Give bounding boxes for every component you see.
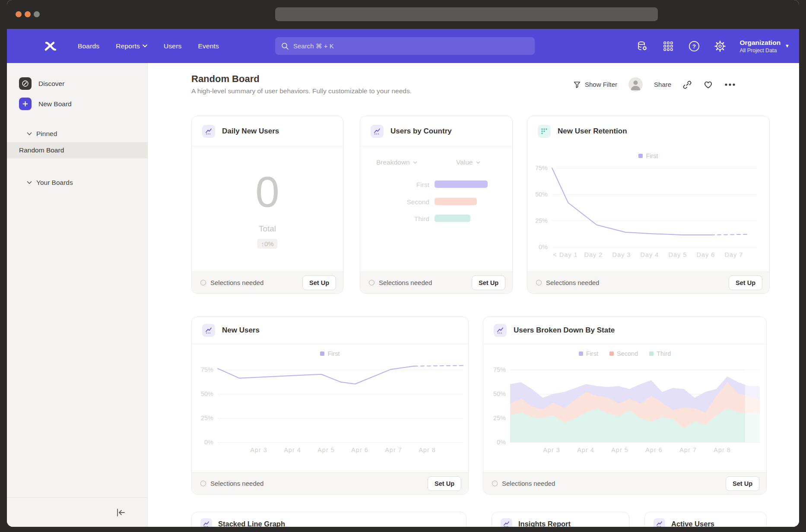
line-chart-icon xyxy=(371,125,384,138)
card-users-by-state: Users Broken Down By State First Second … xyxy=(483,317,767,494)
card-title: Users by Country xyxy=(390,127,452,136)
sidebar-item-new-board[interactable]: New Board xyxy=(19,98,72,110)
window-controls xyxy=(16,11,40,17)
bar-label: Third xyxy=(378,215,429,223)
line-chart-icon xyxy=(200,518,212,527)
pinned-section-label: Pinned xyxy=(36,130,57,138)
data-management-icon[interactable] xyxy=(636,40,649,53)
sidebar-discover-label: Discover xyxy=(38,80,64,88)
status-text: Selections needed xyxy=(502,480,726,487)
top-navbar: Boards Reports Users Events Search ⌘ + K xyxy=(7,29,799,63)
legend-swatch xyxy=(579,352,583,356)
apps-grid-icon[interactable] xyxy=(662,40,675,53)
status-text: Selections needed xyxy=(546,279,729,286)
line-chart-icon xyxy=(501,518,512,527)
chevron-down-icon xyxy=(27,181,32,184)
line-chart-icon xyxy=(202,324,215,337)
sidebar: Discover New Board Pinned Random Board Y… xyxy=(7,63,148,527)
board-actions: Show Filter Share xyxy=(573,77,736,92)
nav-item-reports[interactable]: Reports xyxy=(116,42,147,50)
status-circle-icon xyxy=(200,481,206,486)
breakdown-dropdown[interactable]: Breakdown xyxy=(376,158,417,166)
mixpanel-logo-icon[interactable] xyxy=(43,41,58,52)
legend-swatch xyxy=(609,352,614,356)
help-icon[interactable]: ? xyxy=(688,40,701,53)
x-axis-labels: < Day 1Day 2Day 3Day 4Day 5Day 6Day 7 xyxy=(527,251,769,260)
sidebar-new-board-label: New Board xyxy=(38,100,72,108)
card-title: Users Broken Down By State xyxy=(514,326,615,335)
sidebar-item-discover[interactable]: Discover xyxy=(19,77,64,90)
discover-compass-icon xyxy=(19,77,32,90)
more-options-icon[interactable] xyxy=(724,83,736,86)
share-button[interactable]: Share xyxy=(654,81,671,88)
address-bar[interactable] xyxy=(275,7,658,21)
copy-link-icon[interactable] xyxy=(682,80,692,89)
window-close-button[interactable] xyxy=(16,11,22,17)
chart-legend: First xyxy=(527,152,769,159)
sidebar-section-pinned[interactable]: Pinned xyxy=(27,130,57,138)
bar-label: First xyxy=(378,181,429,189)
card-insights-report: Insights Report xyxy=(492,512,629,527)
line-chart-icon xyxy=(654,518,665,527)
set-up-button[interactable]: Set Up xyxy=(726,476,759,491)
legend-label: First xyxy=(586,350,598,357)
set-up-button[interactable]: Set Up xyxy=(729,276,762,290)
card-title: Stacked Line Graph xyxy=(218,520,285,527)
sidebar-section-your-boards[interactable]: Your Boards xyxy=(27,179,73,187)
card-title: Insights Report xyxy=(518,520,571,527)
search-placeholder: Search ⌘ + K xyxy=(293,42,334,50)
your-boards-section-label: Your Boards xyxy=(36,179,73,187)
nav-item-events[interactable]: Events xyxy=(198,42,219,50)
card-footer: Selections needed Set Up xyxy=(192,472,468,494)
set-up-button[interactable]: Set Up xyxy=(428,476,461,491)
favorite-heart-icon[interactable] xyxy=(703,80,713,89)
nav-item-users[interactable]: Users xyxy=(164,42,181,50)
card-title: Daily New Users xyxy=(222,127,279,136)
legend-swatch xyxy=(649,352,654,356)
card-title: New User Retention xyxy=(558,127,627,136)
status-circle-icon xyxy=(536,280,542,285)
chevron-down-icon xyxy=(143,44,147,48)
country-bar xyxy=(435,198,477,205)
status-text: Selections needed xyxy=(379,279,472,286)
set-up-button[interactable]: Set Up xyxy=(472,276,505,290)
nav-item-boards[interactable]: Boards xyxy=(78,42,99,50)
window-chrome xyxy=(7,0,799,29)
card-footer: Selections needed Set Up xyxy=(483,472,766,494)
svg-text:?: ? xyxy=(692,43,696,50)
settings-gear-icon[interactable] xyxy=(714,40,727,53)
avatar[interactable] xyxy=(628,77,643,92)
sidebar-item-random-board[interactable]: Random Board xyxy=(7,142,147,158)
sidebar-collapse-icon[interactable] xyxy=(116,508,126,519)
value-dropdown[interactable]: Value xyxy=(456,158,480,166)
card-stacked-line-graph: Stacked Line Graph xyxy=(191,512,466,527)
legend-label: Third xyxy=(657,350,671,357)
org-switcher[interactable]: Organization All Project Data ▼ xyxy=(739,38,790,53)
stacked-area-chart xyxy=(510,370,760,442)
line-chart-icon xyxy=(202,125,215,138)
card-footer: Selections needed Set Up xyxy=(527,272,769,293)
legend-label: Second xyxy=(617,350,638,357)
card-title: Active Users xyxy=(671,520,714,527)
legend-swatch xyxy=(638,154,643,158)
random-board-label: Random Board xyxy=(19,146,64,154)
metric-value: 0 xyxy=(192,167,343,217)
x-axis-labels: Apr 3Apr 4Apr 5Apr 6Apr 7Apr 8 xyxy=(192,446,468,455)
window-minimize-button[interactable] xyxy=(25,11,31,17)
search-input[interactable]: Search ⌘ + K xyxy=(275,37,535,55)
status-circle-icon xyxy=(200,280,206,285)
status-text: Selections needed xyxy=(210,480,428,487)
card-users-by-country: Users by Country Breakdown Value First S… xyxy=(360,116,513,294)
window-zoom-button[interactable] xyxy=(34,11,40,17)
chevron-down-icon xyxy=(27,132,32,136)
card-active-users: Active Users xyxy=(644,512,767,527)
page-title: Random Board xyxy=(191,73,260,85)
page-subtitle: A high-level summary of user behaviors. … xyxy=(191,87,412,95)
show-filter-button[interactable]: Show Filter xyxy=(573,81,617,89)
set-up-button[interactable]: Set Up xyxy=(302,276,336,290)
chevron-down-icon xyxy=(476,161,480,164)
card-daily-new-users: Daily New Users 0 Total ↑0% Selections n… xyxy=(191,116,343,294)
country-bar xyxy=(435,180,488,188)
board-main: Random Board A high-level summary of use… xyxy=(148,63,799,527)
status-text: Selections needed xyxy=(210,279,302,286)
